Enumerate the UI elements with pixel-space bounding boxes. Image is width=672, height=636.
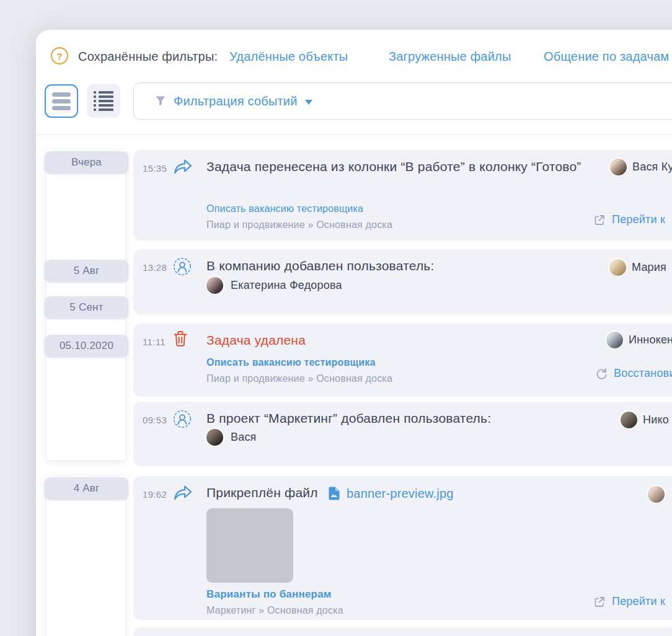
event-card-task-deleted: 11:11 Задача удалена Описать вакансию те…	[133, 324, 672, 397]
help-icon[interactable]: ?	[51, 47, 68, 64]
actor-name: Вася Ку	[632, 161, 672, 174]
restore-task-label: Восстанови	[614, 367, 672, 380]
actor-chip[interactable]: Нико	[621, 412, 669, 428]
task-link[interactable]: Описать вакансию тестировщика	[206, 357, 376, 368]
actor-chip[interactable]: Иннокен	[606, 332, 672, 348]
image-file-icon	[327, 486, 341, 501]
filter-link-task-communication[interactable]: Общение по задачам	[544, 50, 669, 64]
avatar	[206, 277, 223, 294]
event-time: 15:35	[143, 163, 171, 174]
filter-link-uploaded-files[interactable]: Загруженные файлы	[389, 50, 511, 64]
external-link-icon	[593, 214, 606, 226]
member-name: Екатерина Федорова	[231, 279, 342, 292]
date-pill-aug4[interactable]: 4 Авг	[45, 477, 128, 500]
actor-name: Иннокен	[629, 333, 672, 347]
actor-name: Нико	[643, 413, 669, 426]
saved-filters-label: Сохранённые фильтры:	[78, 50, 218, 64]
avatar	[648, 486, 665, 503]
restore-icon	[595, 368, 608, 380]
file-preview-thumbnail[interactable]	[206, 508, 293, 583]
go-to-task-link[interactable]: Перейти к	[593, 213, 665, 226]
date-pill-05-10-2020[interactable]: 05.10.2020	[45, 335, 128, 357]
avatar	[206, 429, 223, 446]
filter-link-deleted-objects[interactable]: Удалённые объекты	[229, 50, 348, 64]
actor-chip[interactable]: Мария	[609, 259, 666, 276]
event-time: 19:62	[143, 489, 171, 500]
attached-file-name: banner-preview.jpg	[347, 487, 454, 501]
user-added-icon	[173, 257, 192, 276]
event-title: Задача удалена	[206, 331, 306, 349]
member-name: Вася	[231, 431, 257, 444]
go-to-task-link[interactable]: Перейти к	[593, 595, 665, 608]
actor-chip[interactable]	[648, 486, 665, 503]
actor-chip[interactable]: Вася Ку	[610, 159, 672, 175]
attached-file-link[interactable]: banner-preview.jpg	[327, 486, 454, 501]
share-arrow-icon	[173, 158, 193, 175]
timeline-strip	[46, 476, 125, 636]
event-card-task-moved: 15:35 Задача перенесена из колонки “В ра…	[133, 150, 672, 241]
activity-feed-screen: { "header": { "help": "?", "label": "Сох…	[0, 0, 672, 636]
external-link-icon	[593, 596, 606, 608]
event-filter-dropdown[interactable]: Фильтрация событий	[133, 82, 672, 120]
event-title: В проект “Маркетинг” добавлен пользовате…	[206, 409, 491, 427]
share-arrow-icon	[173, 484, 193, 501]
date-pill-aug5[interactable]: 5 Авг	[45, 260, 128, 282]
trash-icon	[173, 330, 188, 347]
date-pill-yesterday[interactable]: Вчера	[45, 151, 128, 174]
added-member[interactable]: Екатерина Федорова	[206, 277, 342, 294]
chevron-down-icon	[305, 100, 312, 105]
go-to-task-label: Перейти к	[612, 213, 665, 226]
board-path: Пиар и продвижение » Основная доска	[206, 373, 392, 384]
toolbar-divider	[36, 135, 672, 135]
restore-task-link[interactable]: Восстанови	[595, 367, 672, 380]
go-to-task-label: Перейти к	[612, 595, 665, 608]
view-toggle-cards-button[interactable]	[45, 84, 78, 118]
main-panel: ? Сохранённые фильтры: Удалённые объекты…	[36, 30, 672, 636]
event-card-user-added-project: 09:53 В проект “Маркетинг” добавлен поль…	[133, 402, 672, 466]
avatar	[610, 159, 627, 175]
event-time: 13:28	[143, 262, 171, 273]
actor-name: Мария	[632, 261, 666, 274]
added-member[interactable]: Вася	[206, 429, 257, 446]
list-view-icon	[94, 91, 113, 111]
event-title: Задача перенесена из колонки “В работе” …	[206, 157, 581, 175]
event-title: В компанию добавлен пользователь:	[206, 257, 435, 275]
event-card-user-added-company: 13:28 В компанию добавлен пользователь: …	[133, 249, 672, 315]
board-path: Маркетинг » Основная доска	[206, 605, 343, 616]
task-link[interactable]: Варианты по баннерам	[206, 588, 332, 601]
event-card-partial	[133, 627, 672, 636]
funnel-icon	[155, 95, 166, 107]
card-view-icon	[52, 92, 71, 110]
avatar	[621, 412, 637, 428]
user-added-icon	[173, 410, 192, 428]
event-card-file-attached: 19:62 Прикреплён файл banner-preview.jpg…	[133, 476, 672, 620]
view-toggle-list-button[interactable]	[87, 84, 120, 118]
event-time: 11:11	[143, 337, 171, 347]
board-path: Пиар и продвижение » Основная доска	[206, 219, 392, 231]
event-filter-label: Фильтрация событий	[174, 94, 298, 108]
task-link[interactable]: Описать вакансию тестировщика	[206, 203, 363, 214]
event-time: 09:53	[143, 415, 171, 425]
date-pill-sep5[interactable]: 5 Сент	[45, 296, 128, 319]
avatar	[609, 259, 626, 276]
event-title: Прикреплён файл	[206, 484, 318, 501]
avatar	[606, 332, 623, 348]
